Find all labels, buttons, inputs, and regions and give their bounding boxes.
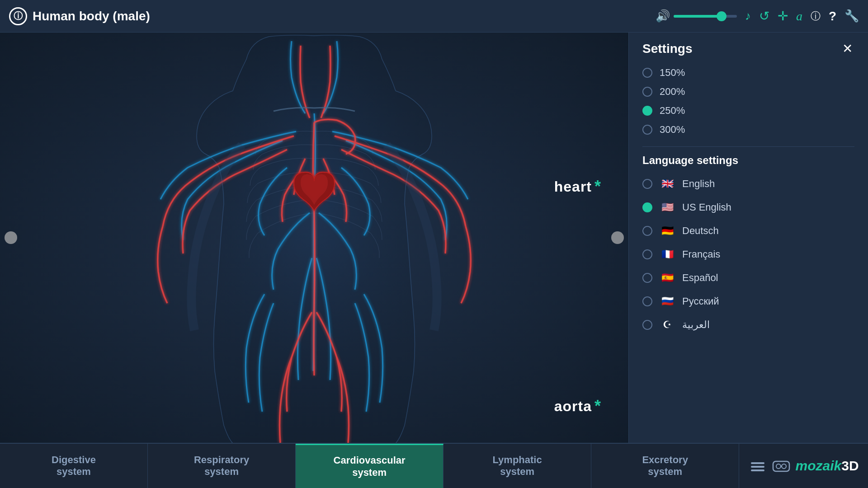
font-icon[interactable]: a <box>796 9 802 23</box>
body-svg-container <box>0 33 628 443</box>
lang-label-6: العربية <box>682 319 710 331</box>
music-icon[interactable]: ♪ <box>745 9 751 23</box>
brand-vr-icon <box>772 457 790 475</box>
language-option-Español[interactable]: 🇪🇸 Español <box>642 266 854 290</box>
flag-icon-4: 🇪🇸 <box>660 270 675 286</box>
heart-asterisk: * <box>594 177 601 196</box>
lang-label-2: Deutsch <box>682 225 719 237</box>
lang-radio-5 <box>642 296 652 306</box>
language-option-English[interactable]: 🇬🇧 English <box>642 172 854 196</box>
svg-rect-1 <box>751 462 764 464</box>
zoom-option-150%[interactable]: 150% <box>642 63 854 82</box>
flag-icon-0: 🇬🇧 <box>660 176 675 192</box>
language-settings-title: Language settings <box>642 154 854 167</box>
lang-radio-1 <box>642 202 652 212</box>
lang-label-3: Français <box>682 249 720 260</box>
language-options: 🇬🇧 English 🇺🇸 US English 🇩🇪 Deutsch 🇫🇷 F… <box>642 172 854 337</box>
help-icon[interactable]: ? <box>829 9 836 23</box>
zoom-label-3: 300% <box>660 124 685 136</box>
flag-icon-5: 🇷🇺 <box>660 294 675 309</box>
info-icon[interactable]: ⓘ <box>811 9 821 23</box>
lang-label-0: English <box>682 178 715 190</box>
settings-divider <box>642 146 854 147</box>
nav-dot-right[interactable] <box>611 231 624 244</box>
language-option-US English[interactable]: 🇺🇸 US English <box>642 196 854 219</box>
zoom-label-0: 150% <box>660 67 685 79</box>
info-circle-icon[interactable]: ⓘ <box>9 7 27 25</box>
bottom-tabs: Digestive systemRespiratory systemCardio… <box>0 443 868 488</box>
zoom-label-2: 250% <box>660 105 685 117</box>
language-option-Français[interactable]: 🇫🇷 Français <box>642 243 854 266</box>
tab-cardiovascular[interactable]: Cardiovascular system <box>296 444 443 488</box>
svg-point-6 <box>782 464 786 469</box>
zoom-radio-2 <box>642 106 652 116</box>
tab-respiratory[interactable]: Respiratory system <box>148 444 296 488</box>
tab-digestive[interactable]: Digestive system <box>0 444 148 488</box>
flag-icon-3: 🇫🇷 <box>660 247 675 262</box>
language-option-Русский[interactable]: 🇷🇺 Русский <box>642 290 854 313</box>
volume-slider-thumb[interactable] <box>717 11 726 21</box>
lang-label-5: Русский <box>682 296 719 307</box>
volume-control: 🔊 <box>656 9 737 23</box>
zoom-label-1: 200% <box>660 86 685 98</box>
lang-radio-6 <box>642 320 652 330</box>
language-option-العربية[interactable]: ☪ العربية <box>642 313 854 337</box>
aorta-asterisk: * <box>594 397 601 416</box>
lang-label-4: Español <box>682 272 718 284</box>
nav-dot-left[interactable] <box>5 231 17 244</box>
brand-name: mozaik3D <box>796 458 859 474</box>
tab-excretory[interactable]: Excretory system <box>591 444 739 488</box>
aorta-label: aorta * <box>554 397 601 416</box>
brand-layers-icon <box>749 457 767 475</box>
flag-icon-1: 🇺🇸 <box>660 200 675 215</box>
lang-label-1: US English <box>682 202 731 213</box>
volume-slider-fill <box>674 15 718 18</box>
lang-radio-2 <box>642 226 652 236</box>
body-view[interactable]: heart * aorta * <box>0 33 628 443</box>
settings-close-button[interactable]: ✕ <box>840 42 854 55</box>
main-area: heart * aorta * Settings ✕ 150% 200% 250… <box>0 33 868 443</box>
zoom-option-300%[interactable]: 300% <box>642 120 854 139</box>
flag-icon-6: ☪ <box>660 317 675 333</box>
reset-icon[interactable]: ↺ <box>759 9 769 23</box>
settings-title: Settings <box>642 42 692 56</box>
body-svg <box>115 33 513 443</box>
zoom-radio-0 <box>642 68 652 78</box>
language-option-Deutsch[interactable]: 🇩🇪 Deutsch <box>642 219 854 243</box>
heart-label: heart * <box>554 177 601 196</box>
app-title: Human body (male) <box>33 9 150 23</box>
lang-radio-4 <box>642 273 652 283</box>
tab-lymphatic[interactable]: Lymphatic system <box>443 444 591 488</box>
volume-slider[interactable] <box>674 15 737 18</box>
settings-header: Settings ✕ <box>642 42 854 56</box>
settings-icon[interactable]: 🔧 <box>844 9 859 23</box>
header-controls: 🔊 ♪ ↺ ✛ a ⓘ ? 🔧 <box>656 9 859 23</box>
brand-tab: mozaik3D <box>739 444 868 488</box>
move-icon[interactable]: ✛ <box>778 9 788 23</box>
zoom-option-250%[interactable]: 250% <box>642 101 854 120</box>
header-title-area: ⓘ Human body (male) <box>9 7 648 25</box>
svg-rect-2 <box>751 466 764 468</box>
settings-panel: Settings ✕ 150% 200% 250% 300% Language … <box>628 33 868 443</box>
zoom-option-200%[interactable]: 200% <box>642 82 854 101</box>
svg-point-5 <box>776 464 781 469</box>
svg-rect-3 <box>751 469 764 471</box>
header: ⓘ Human body (male) 🔊 ♪ ↺ ✛ a ⓘ ? 🔧 <box>0 0 868 33</box>
lang-radio-0 <box>642 179 652 189</box>
zoom-radio-1 <box>642 87 652 97</box>
volume-icon[interactable]: 🔊 <box>656 9 670 23</box>
flag-icon-2: 🇩🇪 <box>660 223 675 239</box>
zoom-options: 150% 200% 250% 300% <box>642 63 854 139</box>
zoom-radio-3 <box>642 125 652 135</box>
lang-radio-3 <box>642 249 652 259</box>
